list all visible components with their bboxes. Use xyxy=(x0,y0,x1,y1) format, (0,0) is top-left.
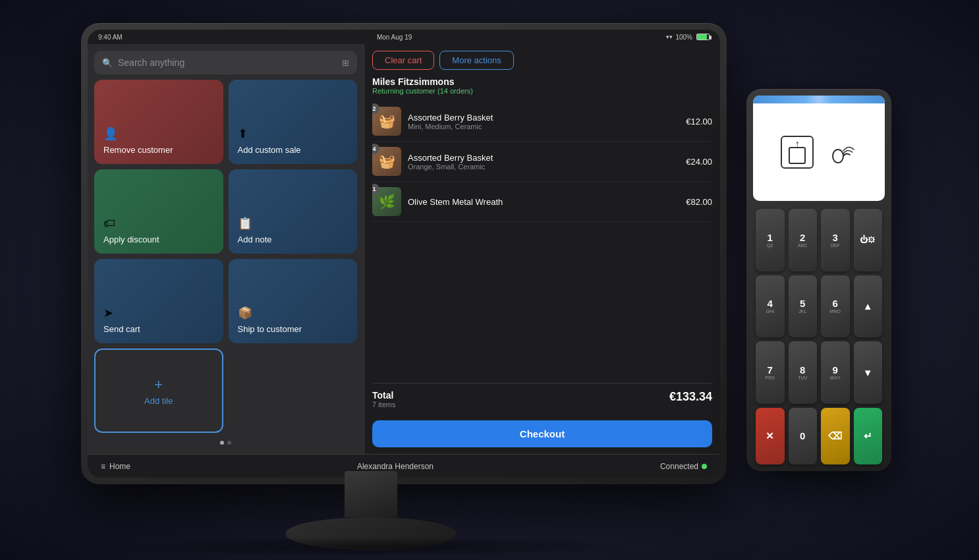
more-actions-button[interactable]: More actions xyxy=(439,51,513,70)
key-4-alpha: GHI xyxy=(766,309,774,314)
key-power[interactable]: ⏻⚙ xyxy=(854,209,883,271)
item-image: 4 🧺 xyxy=(372,147,401,176)
key-5[interactable]: 5 JKL xyxy=(789,275,818,338)
total-items: 7 items xyxy=(372,401,395,408)
current-user: Alexandra Henderson xyxy=(357,462,434,471)
checkout-button[interactable]: Checkout xyxy=(372,420,712,447)
key-backspace-icon: ⌫ xyxy=(828,431,842,441)
key-1-alpha: QZ xyxy=(767,243,773,248)
dot-2 xyxy=(227,441,231,445)
cart-items: 2 🧺 Assorted Berry Basket Mini, Medium, … xyxy=(372,101,712,383)
key-enter[interactable]: ↵ xyxy=(854,408,883,465)
status-bar: 9:40 AM Mon Aug 19 ▾▾ 100% xyxy=(88,30,720,44)
item-price: €24.00 xyxy=(686,157,712,167)
tap-icon-svg xyxy=(826,138,855,167)
key-2[interactable]: 2 ABC xyxy=(789,209,818,271)
key-9-alpha: WXY xyxy=(830,376,841,380)
clear-cart-button[interactable]: Clear cart xyxy=(372,51,434,70)
key-arrow-down[interactable]: ▼ xyxy=(854,341,883,404)
key-1[interactable]: 1 QZ xyxy=(756,209,785,271)
key-backspace[interactable]: ⌫ xyxy=(821,408,850,465)
key-cancel-icon: ✕ xyxy=(766,431,774,441)
cart-item: 1 🌿 Olive Stem Metal Wreath €82.00 xyxy=(372,182,712,222)
tile-add-note[interactable]: 📋 Add note xyxy=(229,169,358,254)
item-price: €82.00 xyxy=(686,197,712,207)
key-3[interactable]: 3 DEF xyxy=(821,209,850,271)
key-4[interactable]: 4 GHI xyxy=(756,275,785,338)
item-variant: Orange, Small, Ceramic xyxy=(408,163,679,171)
key-6-alpha: MNO xyxy=(830,309,841,314)
item-image: 2 🧺 xyxy=(372,107,401,136)
key-6[interactable]: 6 MNO xyxy=(821,275,850,338)
item-details: Assorted Berry Basket Orange, Small, Cer… xyxy=(408,153,679,171)
reader-screen-content: ↑ xyxy=(774,103,864,201)
tile-discount-label: Apply discount xyxy=(103,235,214,244)
customer-name: Miles Fitzsimmons xyxy=(372,76,712,87)
ship-to-customer-icon: 📦 xyxy=(238,306,349,320)
tile-remove-customer[interactable]: 👤 Remove customer xyxy=(94,80,223,164)
total-amount: €133.34 xyxy=(669,390,712,404)
key-8-alpha: TUV xyxy=(798,376,807,380)
home-label: Home xyxy=(109,462,130,471)
tablet-device: 9:40 AM Mon Aug 19 ▾▾ 100% 🔍 Search anyt… xyxy=(81,23,727,484)
search-bar[interactable]: 🔍 Search anything ⊞ xyxy=(94,51,357,74)
chip-arrow-up: ↑ xyxy=(795,138,800,150)
tap-to-pay-icon xyxy=(824,136,857,169)
search-placeholder: Search anything xyxy=(118,57,337,68)
reader-screen: ↑ xyxy=(753,96,885,201)
add-custom-sale-icon: ⬆ xyxy=(238,126,349,141)
tile-ship-label: Ship to customer xyxy=(238,324,349,334)
svg-point-0 xyxy=(833,150,843,163)
tile-apply-discount[interactable]: 🏷 Apply discount xyxy=(94,169,223,254)
key-6-num: 6 xyxy=(833,298,838,308)
reader-keypad: 1 QZ 2 ABC 3 DEF ⏻⚙ 4 GHI 5 JKL xyxy=(753,209,885,464)
grid-icon: ⊞ xyxy=(342,58,349,68)
key-8[interactable]: 8 TUV xyxy=(789,341,818,404)
key-arrow-down-icon: ▼ xyxy=(863,368,873,378)
key-enter-icon: ↵ xyxy=(864,431,872,441)
key-9[interactable]: 9 WXY xyxy=(821,341,850,404)
key-2-alpha: ABC xyxy=(798,243,807,248)
page-dots xyxy=(94,438,357,447)
key-arrow-up[interactable]: ▲ xyxy=(854,275,883,338)
reader-screen-bar xyxy=(753,96,885,103)
pos-scene: 9:40 AM Mon Aug 19 ▾▾ 100% 🔍 Search anyt… xyxy=(61,10,918,550)
cart-item: 4 🧺 Assorted Berry Basket Orange, Small,… xyxy=(372,142,712,182)
key-3-alpha: DEF xyxy=(831,243,840,248)
connection-status: Connected xyxy=(660,462,707,471)
tile-send-cart[interactable]: ➤ Send cart xyxy=(94,259,223,343)
floor-shadow xyxy=(101,537,641,557)
cart-top-actions: Clear cart More actions xyxy=(372,51,712,70)
total-label-group: Total 7 items xyxy=(372,390,395,408)
item-name: Assorted Berry Basket xyxy=(408,153,679,163)
item-badge: 1 xyxy=(372,184,379,194)
tile-remove-label: Remove customer xyxy=(103,145,214,155)
chip-insert-icon: ↑ xyxy=(781,136,814,169)
key-0[interactable]: 0 xyxy=(789,408,818,465)
search-icon: 🔍 xyxy=(102,58,113,68)
item-price: €12.00 xyxy=(686,117,712,126)
right-panel: Clear cart More actions Miles Fitzsimmon… xyxy=(364,44,720,454)
apply-discount-icon: 🏷 xyxy=(103,217,214,231)
tile-add-custom-sale[interactable]: ⬆ Add custom sale xyxy=(229,80,358,164)
item-name: Assorted Berry Basket xyxy=(408,113,679,123)
battery-icon xyxy=(696,34,710,40)
key-7[interactable]: 7 PRS xyxy=(756,341,785,404)
stand-neck xyxy=(345,471,397,517)
status-label: Connected xyxy=(660,462,698,471)
tile-custom-label: Add custom sale xyxy=(238,145,349,155)
status-dot xyxy=(702,464,707,469)
menu-icon: ≡ xyxy=(101,462,105,471)
card-reader: ↑ 1 QZ xyxy=(746,89,891,471)
tile-ship-to-customer[interactable]: 📦 Ship to customer xyxy=(229,259,358,343)
key-8-num: 8 xyxy=(800,365,805,375)
key-cancel[interactable]: ✕ xyxy=(756,408,785,465)
status-right: ▾▾ 100% xyxy=(666,34,710,41)
add-note-icon: 📋 xyxy=(238,216,349,231)
tablet-screen: 9:40 AM Mon Aug 19 ▾▾ 100% 🔍 Search anyt… xyxy=(88,30,720,478)
tile-add-tile[interactable]: + Add tile xyxy=(94,349,223,433)
dot-1 xyxy=(220,441,224,445)
status-time: 9:40 AM xyxy=(98,34,123,41)
home-nav[interactable]: ≡ Home xyxy=(101,462,130,471)
status-date: Mon Aug 19 xyxy=(377,34,412,41)
